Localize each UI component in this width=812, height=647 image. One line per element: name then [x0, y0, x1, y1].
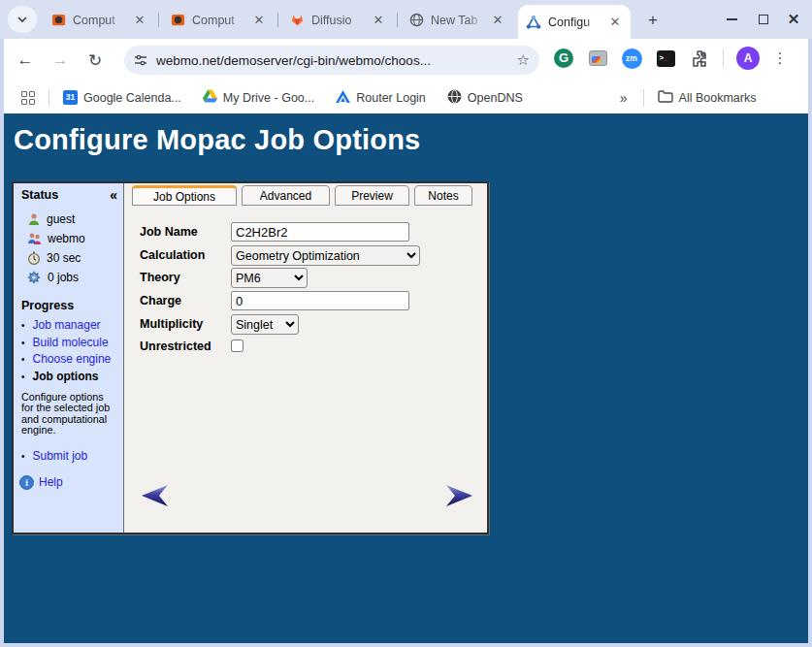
tab-advanced[interactable]: Advanced	[242, 185, 330, 206]
tab-title: Comput	[192, 14, 244, 27]
back-icon[interactable]: ←	[12, 47, 39, 74]
users-icon	[27, 232, 42, 245]
toolbar-separator	[723, 49, 724, 67]
apps-grid-icon[interactable]	[21, 91, 35, 105]
bookmarks-bar: 31 Google Calenda... My Drive - Goo... R…	[4, 81, 808, 113]
job-manager-link[interactable]: Job manager	[33, 318, 101, 332]
step-description: Configure options for the selected job a…	[21, 392, 117, 437]
timer-icon	[27, 251, 41, 265]
tab-close-icon[interactable]: ✕	[132, 13, 147, 28]
job-name-input[interactable]	[231, 222, 409, 242]
browser-tab-2[interactable]: Comput ✕	[162, 6, 275, 34]
window-bottom-frame	[0, 643, 812, 647]
tab-notes[interactable]: Notes	[414, 185, 472, 206]
gitlab-icon	[289, 13, 305, 28]
status-server: webmo	[27, 231, 123, 246]
theory-select[interactable]: PM6	[231, 268, 308, 288]
webmo-page: Configure Mopac Job Options Status « gue…	[4, 113, 808, 643]
new-tab-button[interactable]: +	[642, 10, 664, 31]
tab-close-icon[interactable]: ✕	[371, 13, 386, 28]
folder-icon	[658, 90, 673, 106]
profile-avatar[interactable]: A	[736, 47, 760, 70]
url-text[interactable]: webmo.net/demoserver/cgi-bin/webmo/choos…	[156, 53, 508, 68]
browser-tab-1[interactable]: Comput ✕	[43, 6, 155, 34]
window-close-button[interactable]: ✕	[784, 10, 803, 29]
minimize-button[interactable]	[722, 10, 741, 29]
jobs-icon	[27, 271, 42, 284]
webmo-panel: Status « guest webmo 30 sec	[12, 181, 489, 534]
molecule-orange-favicon	[170, 13, 185, 28]
tab-separator	[277, 13, 278, 27]
bookmark-star-icon[interactable]: ☆	[517, 51, 530, 69]
calculation-select[interactable]: Geometry Optimization	[231, 245, 420, 266]
progress-step-choose-engine: •Choose engine	[21, 352, 123, 367]
progress-title: Progress	[21, 299, 123, 312]
status-time: 30 sec	[27, 250, 123, 266]
bookmark-opendns[interactable]: OpenDNS	[447, 89, 523, 107]
chrome-menu-icon[interactable]: ⋮	[772, 49, 788, 67]
calculation-label: Calculation	[140, 248, 205, 262]
grammarly-extension-icon[interactable]: G	[553, 48, 574, 69]
tab-separator	[397, 13, 398, 27]
help-link[interactable]: Help	[39, 475, 63, 489]
choose-engine-link[interactable]: Choose engine	[33, 352, 112, 366]
page-title: Configure Mopac Job Options	[14, 124, 420, 156]
address-bar[interactable]: webmo.net/demoserver/cgi-bin/webmo/choos…	[124, 46, 539, 75]
more-bookmarks-icon[interactable]: »	[620, 90, 628, 106]
globe-icon	[408, 13, 424, 28]
tab-preview[interactable]: Preview	[335, 185, 409, 206]
tab-title: Diffusio	[311, 14, 364, 27]
bookmark-my-drive[interactable]: My Drive - Goo...	[203, 89, 314, 106]
bookmark-google-calendar[interactable]: 31 Google Calenda...	[63, 90, 181, 105]
tab-title: Configu	[548, 16, 601, 29]
webmo-favicon	[526, 15, 541, 30]
charge-label: Charge	[140, 294, 181, 307]
unrestricted-checkbox[interactable]	[231, 340, 244, 352]
forward-icon[interactable]: →	[47, 47, 74, 74]
job-name-label: Job Name	[140, 225, 198, 239]
multiplicity-label: Multiplicity	[140, 317, 203, 331]
extensions-puzzle-icon[interactable]	[689, 48, 710, 69]
router-icon	[336, 90, 350, 106]
bookmark-router-login[interactable]: Router Login	[336, 90, 426, 106]
multiplicity-select[interactable]: Singlet	[231, 314, 299, 335]
maximize-button[interactable]	[754, 10, 773, 29]
browser-toolbar: ← → ↻ webmo.net/demoserver/cgi-bin/webmo…	[4, 39, 808, 81]
build-molecule-link[interactable]: Build molecule	[33, 336, 109, 349]
reload-icon[interactable]: ↻	[81, 47, 109, 74]
zoom-extension-icon[interactable]: zm	[621, 48, 642, 69]
browser-tab-active[interactable]: Configu ✕	[518, 5, 631, 39]
charge-input[interactable]	[231, 291, 409, 310]
help-item[interactable]: i Help	[19, 475, 123, 490]
back-arrow-button[interactable]	[141, 484, 170, 507]
theory-label: Theory	[140, 271, 180, 284]
globe-icon	[447, 89, 462, 107]
tab-close-icon[interactable]: ✕	[607, 15, 623, 30]
tab-close-icon[interactable]: ✕	[490, 13, 505, 28]
molecule-orange-favicon	[50, 13, 66, 28]
status-title: Status	[21, 188, 58, 202]
current-step-label: Job options	[33, 370, 99, 383]
bookmarks-separator	[643, 89, 644, 107]
drive-icon	[203, 89, 217, 106]
submit-job-link[interactable]: Submit job	[33, 449, 88, 463]
browser-tab-3[interactable]: Diffusio ✕	[281, 6, 394, 34]
all-bookmarks-button[interactable]: All Bookmarks	[658, 90, 757, 106]
extensions-row: G zm >_ A ⋮	[553, 47, 788, 70]
status-sidebar: Status « guest webmo 30 sec	[14, 183, 124, 533]
tab-job-options[interactable]: Job Options	[132, 185, 237, 206]
collapse-sidebar-icon[interactable]: «	[110, 189, 117, 201]
forward-arrow-button[interactable]	[444, 484, 473, 507]
tab-close-icon[interactable]: ✕	[251, 13, 267, 28]
browser-window: Comput ✕ Comput ✕ Diffusio ✕ New Tab ✕	[0, 0, 812, 647]
unrestricted-label: Unrestricted	[140, 340, 211, 353]
site-settings-icon[interactable]	[134, 53, 147, 67]
browser-tab-4[interactable]: New Tab ✕	[401, 6, 513, 34]
progress-step-job-options: •Job options	[21, 370, 123, 384]
form-tabs: Job Options Advanced Preview Notes	[132, 185, 472, 206]
chevron-down-icon	[16, 14, 28, 25]
terminal-extension-icon[interactable]: >_	[655, 48, 676, 69]
tab-search-button[interactable]	[8, 6, 37, 33]
screenshot-extension-icon[interactable]	[587, 48, 608, 69]
submit-job-item: •Submit job	[21, 449, 123, 464]
